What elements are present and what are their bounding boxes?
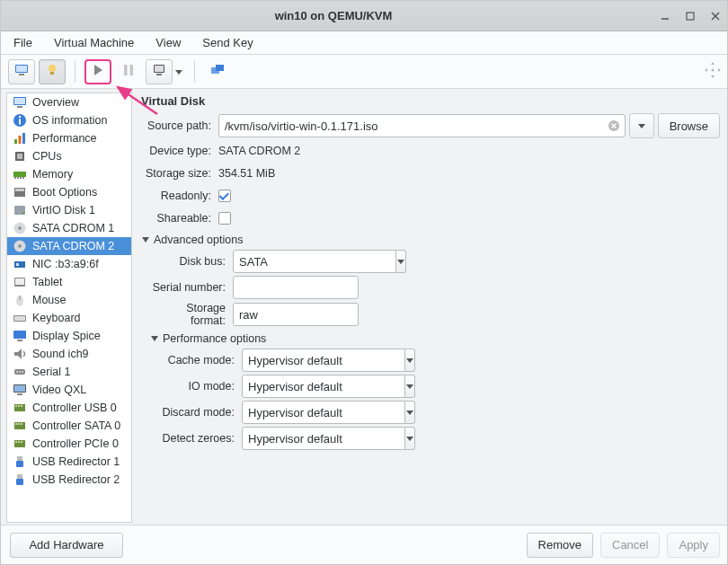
sidebar-item[interactable]: Controller SATA 0 <box>7 417 131 435</box>
minimize-button[interactable] <box>659 10 671 22</box>
controller-icon <box>13 401 27 415</box>
sidebar-item[interactable]: SATA CDROM 1 <box>7 219 131 237</box>
sidebar-item-label: Controller SATA 0 <box>32 419 120 432</box>
hardware-sidebar[interactable]: OverviewOS informationPerformanceCPUsMem… <box>6 93 132 523</box>
performance-options-expander[interactable]: Performance options <box>150 332 720 345</box>
svg-rect-13 <box>155 66 164 72</box>
io-mode-input[interactable] <box>242 375 405 398</box>
sidebar-item[interactable]: Overview <box>7 93 131 111</box>
maximize-button[interactable] <box>684 10 697 22</box>
shutdown-menu-caret[interactable] <box>173 67 185 76</box>
svg-marker-84 <box>638 124 645 128</box>
cache-mode-input[interactable] <box>242 349 405 372</box>
sidebar-item[interactable]: Video QXL <box>7 381 131 399</box>
svg-rect-17 <box>216 65 224 71</box>
sidebar-item[interactable]: Keyboard <box>7 309 131 327</box>
add-hardware-button[interactable]: Add Hardware <box>10 533 123 558</box>
console-view-button[interactable] <box>8 59 35 84</box>
footer: Add Hardware Remove Cancel Apply <box>1 525 728 564</box>
io-mode-label: IO mode: <box>159 380 242 393</box>
chevron-down-icon[interactable] <box>405 401 415 424</box>
chevron-down-icon[interactable] <box>396 250 406 273</box>
menu-view[interactable]: View <box>150 34 186 51</box>
sidebar-item-label: Boot Options <box>32 186 97 199</box>
sidebar-item[interactable]: Memory <box>7 165 131 183</box>
detect-zeroes-input[interactable] <box>242 427 405 450</box>
pause-button[interactable] <box>115 59 142 84</box>
sidebar-item[interactable]: Display Spice <box>7 327 131 345</box>
sidebar-item[interactable]: USB Redirector 1 <box>7 453 131 471</box>
svg-rect-77 <box>17 456 22 461</box>
sidebar-item[interactable]: SATA CDROM 2 <box>7 237 131 255</box>
svg-rect-29 <box>14 139 17 144</box>
discard-mode-combo[interactable] <box>242 401 377 424</box>
detect-zeroes-combo[interactable] <box>242 427 377 450</box>
svg-marker-87 <box>151 336 158 341</box>
disk-bus-label: Disk bus: <box>150 255 233 268</box>
sidebar-item[interactable]: Controller USB 0 <box>7 399 131 417</box>
svg-rect-66 <box>15 405 17 407</box>
remove-button[interactable]: Remove <box>527 533 593 558</box>
sidebar-item-label: USB Redirector 1 <box>32 455 120 468</box>
sidebar-item[interactable]: VirtIO Disk 1 <box>7 201 131 219</box>
sidebar-item[interactable]: Boot Options <box>7 183 131 201</box>
serial-icon <box>13 365 27 379</box>
menu-virtual-machine[interactable]: Virtual Machine <box>49 34 139 51</box>
usb-icon <box>13 455 27 469</box>
shutdown-button[interactable] <box>146 59 173 84</box>
sidebar-item[interactable]: Mouse <box>7 291 131 309</box>
run-button[interactable] <box>84 59 111 84</box>
apply-button[interactable]: Apply <box>667 533 720 558</box>
cache-mode-combo[interactable] <box>242 349 377 372</box>
svg-rect-48 <box>16 263 19 266</box>
serial-number-input[interactable] <box>233 276 359 299</box>
source-path-input[interactable] <box>218 114 626 137</box>
advanced-options-label: Advanced options <box>154 234 243 246</box>
svg-rect-31 <box>22 133 25 144</box>
storage-format-input[interactable] <box>233 303 359 326</box>
source-path-dropdown[interactable] <box>629 113 654 138</box>
sidebar-item[interactable]: USB Redirector 2 <box>7 471 131 489</box>
toolbar-separator <box>194 61 195 83</box>
sidebar-item[interactable]: Controller PCIe 0 <box>7 435 131 453</box>
io-mode-combo[interactable] <box>242 375 377 398</box>
sidebar-item[interactable]: Tablet <box>7 273 131 291</box>
details-view-button[interactable] <box>39 59 66 84</box>
menu-send-key[interactable]: Send Key <box>197 34 258 51</box>
svg-rect-40 <box>15 189 24 191</box>
sidebar-item-label: Memory <box>32 168 73 181</box>
close-button[interactable] <box>709 10 722 22</box>
discard-mode-input[interactable] <box>242 401 405 424</box>
svg-marker-57 <box>14 349 22 359</box>
readonly-checkbox[interactable] <box>218 190 231 202</box>
clear-icon[interactable] <box>606 118 622 134</box>
svg-marker-85 <box>142 237 149 243</box>
advanced-options-expander[interactable]: Advanced options <box>141 234 720 246</box>
sidebar-item[interactable]: Serial 1 <box>7 363 131 381</box>
sidebar-item-label: SATA CDROM 1 <box>32 222 114 234</box>
boot-icon <box>13 185 27 199</box>
cdrom-icon <box>13 221 27 235</box>
detect-zeroes-label: Detect zeroes: <box>159 432 242 445</box>
svg-marker-21 <box>718 68 721 72</box>
sidebar-item[interactable]: Sound ich9 <box>7 345 131 363</box>
snapshots-button[interactable] <box>204 59 231 84</box>
disk-bus-combo[interactable] <box>233 250 368 273</box>
sidebar-item-label: Keyboard <box>32 312 81 324</box>
browse-button[interactable]: Browse <box>658 113 720 138</box>
monitor-icon <box>14 63 29 80</box>
shareable-checkbox[interactable] <box>218 212 231 225</box>
chevron-down-icon[interactable] <box>405 349 415 372</box>
sidebar-item[interactable]: CPUs <box>7 147 131 165</box>
svg-rect-72 <box>21 423 22 425</box>
svg-rect-38 <box>22 177 24 179</box>
sidebar-item[interactable]: OS information <box>7 111 131 129</box>
cancel-button[interactable]: Cancel <box>600 533 660 558</box>
menu-file[interactable]: File <box>8 34 38 51</box>
disk-bus-input[interactable] <box>233 250 396 273</box>
chevron-down-icon[interactable] <box>405 375 415 398</box>
sidebar-item[interactable]: NIC :b3:a9:6f <box>7 255 131 273</box>
svg-rect-33 <box>17 154 22 159</box>
chevron-down-icon[interactable] <box>405 427 415 450</box>
sidebar-item[interactable]: Performance <box>7 129 131 147</box>
